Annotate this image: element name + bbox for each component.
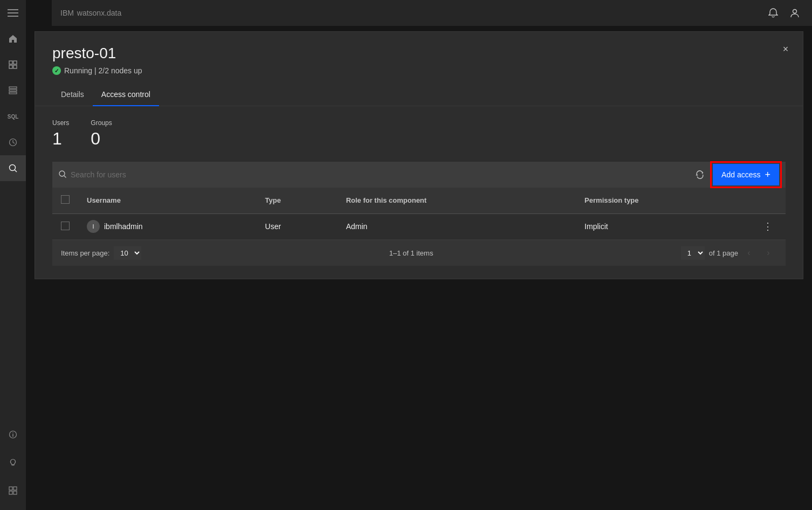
- groups-label: Groups: [91, 119, 112, 127]
- lightbulb-icon[interactable]: [0, 450, 26, 475]
- user-avatar: I: [87, 220, 100, 233]
- table-body: I ibmlhadmin User Admin Implicit ⋮: [52, 213, 786, 239]
- svg-rect-5: [9, 65, 12, 68]
- pagination: Items per page: 10 20 30 50 1–1 of 1 ite…: [52, 240, 786, 266]
- type-header: Type: [257, 188, 338, 213]
- svg-point-15: [12, 432, 13, 433]
- username-value: ibmlhadmin: [104, 222, 143, 231]
- total-pages-text: of 1 page: [709, 249, 738, 257]
- status-row: Running | 2/2 nodes up: [52, 66, 786, 75]
- search-icon: [59, 170, 66, 180]
- notification-icon[interactable]: [765, 4, 782, 22]
- stats-row: Users 1 Groups 0: [52, 119, 786, 149]
- table-toolbar: Add access +: [52, 162, 786, 188]
- role-cell: Admin: [338, 213, 576, 239]
- svg-point-11: [10, 165, 16, 171]
- grid-bottom-icon[interactable]: [0, 478, 26, 504]
- groups-stat: Groups 0: [91, 119, 112, 149]
- user-icon[interactable]: [786, 4, 803, 22]
- users-stat: Users 1: [52, 119, 69, 149]
- data-table: Username Type Role for this component Pe…: [52, 188, 786, 240]
- product-label: watsonx.data: [77, 9, 122, 17]
- data-icon[interactable]: [0, 78, 26, 104]
- toolbar-actions: Add access +: [691, 164, 779, 185]
- tabs: Details Access control: [35, 84, 803, 106]
- username-header: Username: [78, 188, 257, 213]
- svg-rect-6: [13, 65, 17, 68]
- svg-rect-20: [13, 491, 17, 494]
- svg-rect-8: [9, 89, 17, 91]
- svg-rect-17: [9, 487, 12, 490]
- svg-line-23: [64, 176, 66, 178]
- home-icon[interactable]: [0, 26, 26, 52]
- svg-rect-7: [9, 87, 17, 88]
- pagination-left: Items per page: 10 20 30 50: [61, 246, 141, 260]
- username-cell: I ibmlhadmin: [78, 213, 257, 239]
- svg-line-12: [15, 170, 17, 172]
- row-checkbox[interactable]: [61, 222, 70, 230]
- query-icon[interactable]: [0, 155, 26, 181]
- add-access-label: Add access: [721, 170, 760, 179]
- svg-rect-19: [9, 491, 12, 494]
- type-cell: User: [257, 213, 338, 239]
- pagination-right: 1 of 1 page ‹ ›: [681, 244, 777, 261]
- items-range: 1–1 of 1 items: [389, 249, 433, 257]
- search-area: [59, 170, 691, 180]
- panel-title: presto-01: [52, 45, 786, 62]
- overflow-menu-button[interactable]: ⋮: [759, 218, 777, 235]
- infrastructure-icon[interactable]: [0, 52, 26, 78]
- prev-page-button[interactable]: ‹: [740, 244, 758, 261]
- groups-value: 0: [91, 129, 112, 149]
- sql-icon[interactable]: SQL: [0, 104, 26, 129]
- table-header: Username Type Role for this component Pe…: [52, 188, 786, 213]
- svg-rect-9: [9, 92, 17, 94]
- role-header: Role for this component: [338, 188, 576, 213]
- menu-icon[interactable]: [0, 0, 26, 26]
- panel-body: Users 1 Groups 0: [35, 106, 803, 279]
- svg-rect-4: [13, 61, 17, 64]
- select-all-header: [52, 188, 78, 213]
- users-value: 1: [52, 129, 69, 149]
- svg-rect-18: [13, 487, 17, 490]
- svg-rect-0: [8, 9, 18, 10]
- status-indicator: [52, 66, 61, 75]
- sidebar: SQL: [0, 0, 26, 510]
- add-icon: +: [765, 169, 770, 181]
- close-button[interactable]: ×: [777, 40, 794, 58]
- add-access-button[interactable]: Add access +: [713, 164, 779, 185]
- permission-header: Permission type: [576, 188, 750, 213]
- status-text: Running | 2/2 nodes up: [64, 66, 142, 75]
- brand-label: IBM: [60, 9, 74, 17]
- svg-rect-3: [9, 61, 12, 64]
- panel-header: × presto-01 Running | 2/2 nodes up: [35, 32, 803, 75]
- main-content: IBM watsonx.data × presto-01: [26, 0, 812, 510]
- svg-rect-2: [8, 16, 18, 17]
- items-per-page-select[interactable]: 10 20 30 50: [114, 246, 141, 260]
- search-input[interactable]: [71, 170, 691, 179]
- users-label: Users: [52, 119, 69, 127]
- row-checkbox-cell: [52, 213, 78, 239]
- panel: × presto-01 Running | 2/2 nodes up Detai…: [35, 31, 803, 279]
- topbar-actions: [765, 4, 803, 22]
- items-per-page-label: Items per page:: [61, 249, 109, 257]
- next-page-button[interactable]: ›: [760, 244, 777, 261]
- table-row: I ibmlhadmin User Admin Implicit ⋮: [52, 213, 786, 239]
- svg-point-22: [59, 171, 65, 176]
- actions-header: [750, 188, 786, 213]
- tab-access-control[interactable]: Access control: [93, 84, 159, 106]
- refresh-button[interactable]: [691, 166, 708, 183]
- svg-point-21: [793, 10, 797, 13]
- permission-cell: Implicit: [576, 213, 750, 239]
- info-icon[interactable]: [0, 422, 26, 447]
- topbar: IBM watsonx.data: [52, 0, 812, 26]
- history-icon[interactable]: [0, 129, 26, 155]
- select-all-checkbox[interactable]: [61, 195, 70, 204]
- svg-rect-1: [8, 12, 18, 13]
- tab-details[interactable]: Details: [52, 84, 93, 106]
- overflow-cell: ⋮: [750, 213, 786, 239]
- page-select[interactable]: 1: [681, 246, 705, 260]
- app-title: IBM watsonx.data: [60, 9, 122, 17]
